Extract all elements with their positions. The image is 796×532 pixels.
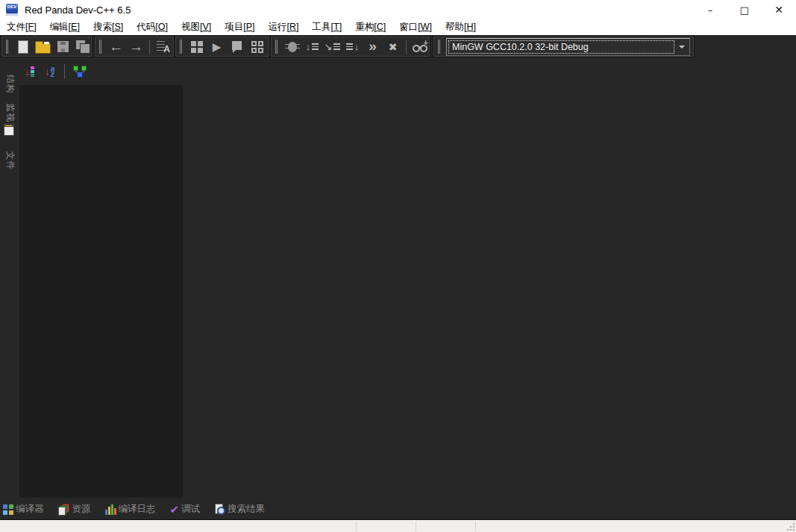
step-over-icon: ↓ <box>306 42 319 51</box>
title-bar: DEV Red Panda Dev-C++ 6.5 – □ ✕ <box>0 0 796 19</box>
compile-log-icon <box>105 504 116 515</box>
compiler-set-value: MinGW GCC10.2.0 32-bit Debug <box>448 40 674 54</box>
menu-bar: 文件[F] 编辑[E] 搜索[S] 代码[O] 视图[V] 项目[P] 运行[R… <box>0 19 796 35</box>
sort-by-type-button[interactable]: ↓ <box>19 63 40 81</box>
compile-button[interactable] <box>187 37 207 56</box>
rebuild-button[interactable] <box>247 37 267 56</box>
class-hierarchy-button[interactable] <box>69 63 90 81</box>
step-into-icon: ↘ <box>325 42 341 51</box>
structure-toolbar: ↓ ↓ az <box>19 60 90 84</box>
menu-window[interactable]: 窗口[W] <box>394 19 437 35</box>
back-button[interactable]: ← <box>106 37 126 56</box>
rebuild-icon <box>251 41 263 53</box>
sidebar-tab-files[interactable]: 文件 <box>0 148 19 173</box>
structure-panel <box>19 85 183 498</box>
file-toolbar-group <box>1 37 92 57</box>
app-icon: DEV <box>6 4 18 16</box>
debug-check-icon: ✔ <box>170 504 180 515</box>
open-file-button[interactable] <box>33 37 53 56</box>
compile-run-button[interactable] <box>227 37 247 56</box>
compiler-set-toolbar-group: MinGW GCC10.2.0 32-bit Debug <box>433 37 694 57</box>
menu-code[interactable]: 代码[O] <box>131 19 173 35</box>
menu-run[interactable]: 运行[R] <box>263 19 304 35</box>
menu-refactor[interactable]: 重构[C] <box>350 19 391 35</box>
forward-arrow-icon: → <box>129 40 143 54</box>
window-controls: – □ ✕ <box>693 0 796 19</box>
close-button[interactable]: ✕ <box>762 0 796 19</box>
add-watch-glasses-icon: + <box>413 43 427 53</box>
compile-icon <box>191 41 203 53</box>
run-button[interactable]: ▶ <box>207 37 227 56</box>
toolbar-grip[interactable] <box>438 40 440 54</box>
back-arrow-icon: ← <box>109 40 123 54</box>
sidebar-tab-watch[interactable]: 监视 <box>0 100 19 125</box>
search-results-icon <box>214 504 225 516</box>
sort-alphabetically-icon: ↓ az <box>45 66 55 77</box>
menu-edit[interactable]: 编辑[E] <box>45 19 85 35</box>
tab-search-results[interactable]: 搜索结果 <box>214 503 265 516</box>
tab-resources[interactable]: 资源 <box>58 503 91 516</box>
save-button[interactable] <box>53 37 73 56</box>
tab-compile-log[interactable]: 编译日志 <box>105 503 156 516</box>
debug-bug-icon <box>288 42 297 52</box>
menu-project[interactable]: 项目[P] <box>219 19 260 35</box>
step-out-icon: ↓ <box>346 42 360 51</box>
statusbar-separator <box>356 522 357 531</box>
status-bar <box>0 519 796 532</box>
toolbar-separator <box>149 40 150 54</box>
add-watch-button[interactable]: + <box>410 37 430 56</box>
toolbar-separator <box>64 64 65 79</box>
sort-alphabetically-button[interactable]: ↓ az <box>40 63 60 81</box>
nav-toolbar-group: ← → A <box>95 37 174 57</box>
find-in-files-button[interactable]: A <box>153 37 173 56</box>
step-over-button[interactable]: ↓ <box>302 37 322 56</box>
step-out-button[interactable]: ↓ <box>342 37 363 56</box>
menu-file[interactable]: 文件[F] <box>1 19 42 35</box>
chevron-down-icon[interactable] <box>676 40 688 54</box>
compiler-icon <box>3 504 13 515</box>
tab-compiler[interactable]: 编译器 <box>3 503 44 516</box>
toolbar-grip[interactable] <box>275 40 278 54</box>
toolbar-separator <box>406 40 407 54</box>
toolbar-grip[interactable] <box>6 40 8 54</box>
run-icon: ▶ <box>213 41 222 52</box>
step-into-button[interactable]: ↘ <box>322 37 342 56</box>
save-icon <box>57 41 69 52</box>
open-folder-icon <box>35 43 51 54</box>
menu-help[interactable]: 帮助[H] <box>440 19 481 35</box>
sort-by-type-icon: ↓ <box>25 66 34 77</box>
statusbar-separator <box>416 522 416 531</box>
compiler-set-select[interactable]: MinGW GCC10.2.0 32-bit Debug <box>446 38 690 56</box>
menu-search[interactable]: 搜索[S] <box>88 19 128 35</box>
bottom-tab-bar: 编译器 资源 编译日志 ✔ 调试 搜索结果 <box>0 498 796 520</box>
left-tab-strip: 结构 监视 文件 <box>0 60 19 498</box>
tab-debug[interactable]: ✔ 调试 <box>170 503 201 516</box>
class-hierarchy-icon <box>73 66 87 78</box>
toolbar-grip[interactable] <box>180 40 182 54</box>
new-file-icon <box>18 40 28 54</box>
stop-icon: ✖ <box>389 42 398 52</box>
toolbar-grip[interactable] <box>99 40 101 54</box>
continue-icon: » <box>369 39 377 53</box>
watch-panel-icon <box>4 124 14 136</box>
forward-button[interactable]: → <box>126 37 146 56</box>
debug-toolbar-group: ↓ ↘ ↓ » ✖ + <box>271 37 430 57</box>
debug-button[interactable] <box>282 37 302 56</box>
window-title: Red Panda Dev-C++ 6.5 <box>25 4 131 16</box>
continue-button[interactable]: » <box>363 37 383 56</box>
maximize-button[interactable]: □ <box>727 0 762 19</box>
resize-grip[interactable] <box>787 523 795 531</box>
new-file-button[interactable] <box>13 37 33 56</box>
compile-run-icon <box>232 41 242 50</box>
save-all-button[interactable] <box>73 37 93 56</box>
minimize-button[interactable]: – <box>693 0 727 19</box>
resources-icon <box>58 504 70 516</box>
sidebar-tab-structure[interactable]: 结构 <box>0 66 19 101</box>
menu-tools[interactable]: 工具[T] <box>307 19 348 35</box>
save-all-icon <box>76 40 90 53</box>
menu-view[interactable]: 视图[V] <box>176 19 216 35</box>
stop-execution-button[interactable]: ✖ <box>383 37 403 56</box>
statusbar-separator <box>475 522 476 531</box>
build-toolbar-group: ▶ <box>175 37 269 57</box>
main-toolbar: ← → A ▶ ↓ ↘ ↓ » ✖ + <box>0 35 796 60</box>
